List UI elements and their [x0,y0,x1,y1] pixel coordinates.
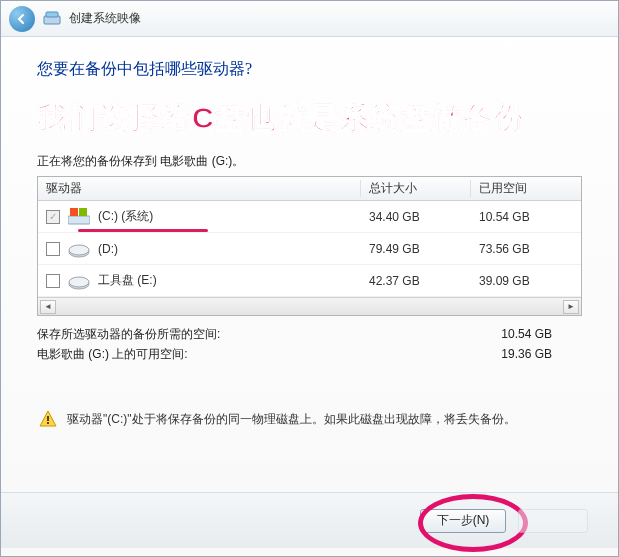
hdd-icon [68,272,90,290]
titlebar: 创建系统映像 [1,1,618,37]
svg-rect-1 [46,12,58,17]
scroll-right-icon[interactable]: ► [563,300,579,314]
drive-used: 39.09 GB [471,274,581,288]
windows-drive-icon [68,208,90,226]
required-space-label: 保存所选驱动器的备份所需的空间: [37,324,220,344]
scroll-left-icon[interactable]: ◄ [40,300,56,314]
available-space-label: 电影歌曲 (G:) 上的可用空间: [37,344,188,364]
available-space-value: 19.36 GB [501,344,552,364]
next-button[interactable]: 下一步(N) [420,509,506,533]
content-area: 您要在备份中包括哪些驱动器? 我们选择给C盘也就是系统盘做备份 正在将您的备份保… [1,37,618,428]
svg-point-8 [69,277,89,287]
svg-rect-2 [68,216,90,224]
drive-checkbox[interactable] [46,242,60,256]
hdd-icon [68,240,90,258]
button-bar: 下一步(N) [1,492,618,548]
table-row[interactable]: (D:) 79.49 GB 73.56 GB [38,233,581,265]
warning-box: 驱动器"(C:)"处于将保存备份的同一物理磁盘上。如果此磁盘出现故障，将丢失备份… [37,410,582,428]
table-row[interactable]: 工具盘 (E:) 42.37 GB 39.09 GB [38,265,581,297]
window-title: 创建系统映像 [69,10,141,27]
dialog-window: 创建系统映像 您要在备份中包括哪些驱动器? 我们选择给C盘也就是系统盘做备份 正… [0,0,619,557]
annotation-underline [78,229,208,232]
warning-icon [39,410,57,428]
svg-rect-10 [47,422,49,424]
horizontal-scrollbar[interactable]: ◄ ► [38,297,581,315]
heading-question: 您要在备份中包括哪些驱动器? [37,59,582,80]
table-header: 驱动器 总计大小 已用空间 [38,177,581,201]
drive-total: 79.49 GB [361,242,471,256]
app-icon [43,10,61,28]
drive-checkbox: ✓ [46,210,60,224]
svg-rect-4 [79,208,87,216]
col-header-total[interactable]: 总计大小 [361,180,471,197]
drive-label: (D:) [98,242,118,256]
drive-table: 驱动器 总计大小 已用空间 ✓ (C [37,176,582,316]
save-destination-label: 正在将您的备份保存到 电影歌曲 (G:)。 [37,153,582,170]
drive-label: (C:) (系统) [98,208,153,225]
back-arrow-icon [16,13,28,25]
summary-block: 保存所选驱动器的备份所需的空间: 10.54 GB 电影歌曲 (G:) 上的可用… [37,324,582,364]
drive-total: 42.37 GB [361,274,471,288]
required-space-value: 10.54 GB [501,324,552,344]
table-body: ✓ (C:) (系统) 34.40 GB 10.54 GB [38,201,581,297]
drive-used: 10.54 GB [471,210,581,224]
back-button[interactable] [9,6,35,32]
col-header-drive[interactable]: 驱动器 [38,180,361,197]
drive-label: 工具盘 (E:) [98,272,157,289]
svg-point-6 [69,245,89,255]
warning-text: 驱动器"(C:)"处于将保存备份的同一物理磁盘上。如果此磁盘出现故障，将丢失备份… [67,410,516,428]
col-header-used[interactable]: 已用空间 [471,180,581,197]
svg-rect-9 [47,416,49,421]
drive-used: 73.56 GB [471,242,581,256]
svg-rect-3 [70,208,78,216]
annotation-overlay: 我们选择给C盘也就是系统盘做备份 [37,98,582,139]
disabled-button-placeholder [518,509,588,533]
drive-checkbox[interactable] [46,274,60,288]
drive-total: 34.40 GB [361,210,471,224]
